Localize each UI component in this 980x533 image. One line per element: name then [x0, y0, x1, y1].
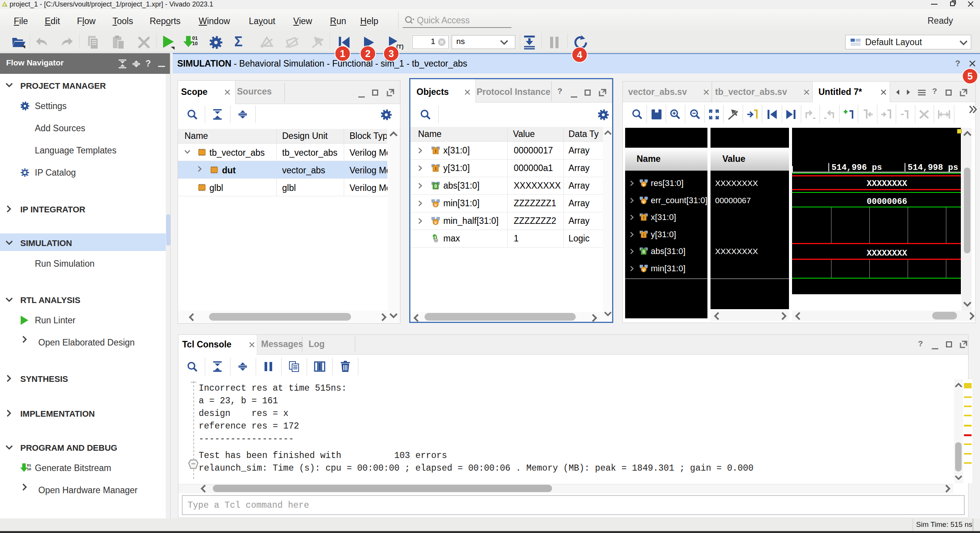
svg-text:I: I: [435, 166, 437, 171]
svg-text:I: I: [643, 233, 645, 237]
svg-text:v: v: [434, 220, 437, 225]
svg-text:01: 01: [192, 35, 198, 41]
svg-text:I: I: [643, 215, 645, 220]
svg-text:v: v: [643, 267, 645, 272]
svg-text:v: v: [643, 182, 645, 187]
svg-text:10: 10: [192, 41, 198, 46]
svg-text:01: 01: [27, 463, 31, 467]
svg-text:I: I: [435, 148, 437, 154]
svg-text:v: v: [434, 202, 437, 207]
svg-text:0: 0: [434, 184, 437, 189]
svg-text:v: v: [643, 199, 645, 204]
svg-text:0: 0: [642, 249, 645, 254]
svg-text:10: 10: [27, 467, 31, 471]
